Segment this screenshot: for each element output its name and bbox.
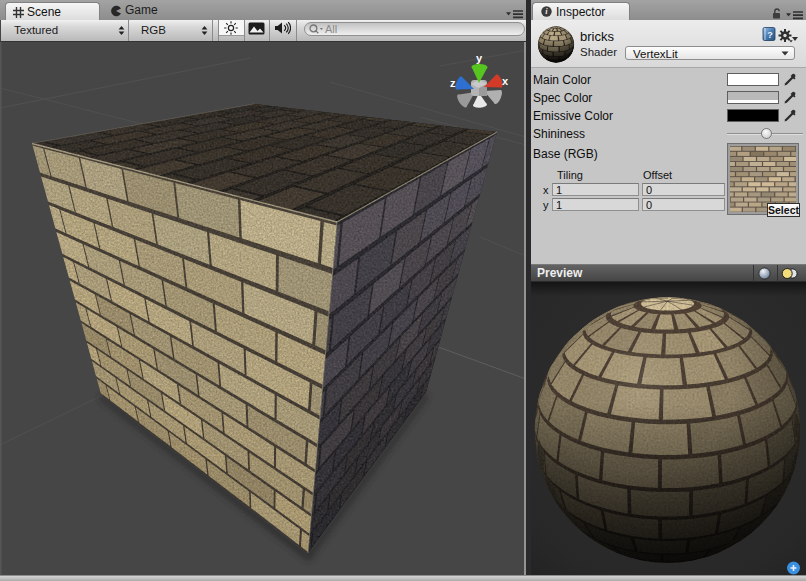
- svg-text:z: z: [450, 77, 456, 89]
- svg-text:y: y: [476, 52, 483, 64]
- svg-text:x: x: [502, 75, 509, 87]
- svg-text:?: ?: [767, 30, 773, 40]
